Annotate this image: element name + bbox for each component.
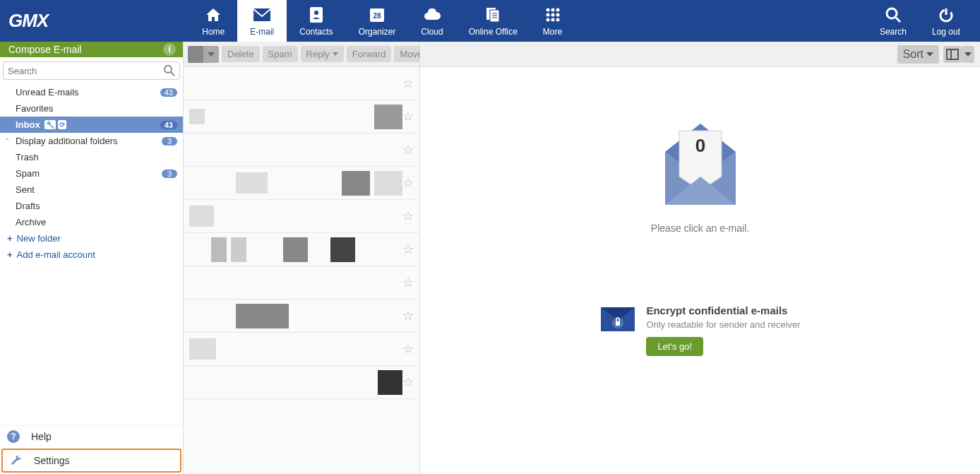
layout-button[interactable] <box>943 46 974 63</box>
envelope-icon <box>253 6 271 24</box>
svg-point-19 <box>887 8 897 18</box>
star-icon[interactable]: ☆ <box>402 208 414 224</box>
contacts-icon <box>307 6 325 24</box>
layout-icon <box>943 46 962 63</box>
gmx-logo: GMX <box>8 10 48 32</box>
star-icon[interactable]: ☆ <box>402 76 414 91</box>
new-folder-button[interactable]: +New folder <box>0 230 183 247</box>
svg-point-18 <box>556 18 559 21</box>
wrench-icon[interactable]: 🔧 <box>44 120 56 129</box>
search-input[interactable] <box>8 66 164 76</box>
lets-go-button[interactable]: Let's go! <box>646 337 703 356</box>
folder-spam[interactable]: Spam 3 <box>0 165 183 182</box>
compose-label: Compose E-mail <box>8 44 81 55</box>
main-area: Compose E-mail i Unread E-mails 43 Favor… <box>0 42 980 474</box>
move-label: Move <box>400 49 422 59</box>
search-wrap <box>0 57 183 84</box>
sort-label: Sort <box>903 48 924 61</box>
info-icon: i <box>163 43 176 56</box>
compose-button[interactable]: Compose E-mail i <box>0 42 183 57</box>
folder-sent[interactable]: Sent <box>0 182 183 198</box>
reply-label: Reply <box>306 49 330 59</box>
message-row[interactable]: ☆ <box>184 134 419 167</box>
message-list[interactable]: ☆ ☆ ☆ ☆ ☆ ☆ ☆ ☆ ☆ ☆ <box>184 67 419 474</box>
unread-count: 0 <box>695 135 705 156</box>
svg-point-23 <box>165 66 172 73</box>
add-account-button[interactable]: +Add e-mail account <box>0 247 183 263</box>
message-row[interactable]: ☆ <box>184 300 419 333</box>
folder-drafts[interactable]: Drafts <box>0 198 183 214</box>
empty-envelope-icon: 0 <box>655 109 746 208</box>
chevron-down-icon <box>926 52 933 57</box>
message-row[interactable]: ☆ <box>184 167 419 200</box>
plus-icon: + <box>7 233 13 244</box>
svg-line-24 <box>171 72 174 76</box>
forward-button[interactable]: Forward <box>347 46 392 62</box>
search-icon-small <box>164 65 175 76</box>
nav-cloud[interactable]: Cloud <box>408 0 455 42</box>
add-account-label: Add e-mail account <box>17 249 95 260</box>
message-row[interactable]: ☆ <box>184 333 419 366</box>
folder-unread-count: 43 <box>160 88 177 97</box>
nav-logout[interactable]: Log out <box>919 0 973 42</box>
grid-icon <box>544 6 562 24</box>
folder-inbox-label: Inbox <box>16 119 40 130</box>
folder-archive[interactable]: Archive <box>0 214 183 230</box>
message-row[interactable]: ☆ <box>184 100 419 134</box>
svg-point-16 <box>546 18 549 21</box>
message-row[interactable]: ☆ <box>184 366 419 399</box>
folder-favorites[interactable]: Favorites <box>0 100 183 117</box>
svg-point-14 <box>551 13 554 16</box>
folder-unread[interactable]: Unread E-mails 43 <box>0 84 183 100</box>
svg-point-11 <box>551 8 554 11</box>
sort-button[interactable]: Sort <box>897 45 939 64</box>
select-all[interactable] <box>188 46 219 63</box>
chevron-up-icon: ⌃ <box>4 137 10 145</box>
search-box[interactable] <box>3 61 180 80</box>
nav-organizer-label: Organizer <box>359 27 396 37</box>
help-button[interactable]: ? Help <box>0 426 183 447</box>
message-row[interactable]: ☆ <box>184 200 419 233</box>
star-icon[interactable]: ☆ <box>402 374 414 390</box>
encrypt-subtitle: Only readable for sender and receiver <box>646 319 800 330</box>
nav-email[interactable]: E-mail <box>237 0 287 42</box>
reply-button[interactable]: Reply <box>301 46 344 62</box>
calendar-icon: 28 <box>368 6 386 24</box>
nav-logout-label: Log out <box>932 27 960 37</box>
star-icon[interactable]: ☆ <box>402 341 414 357</box>
spam-button[interactable]: Spam <box>263 46 298 62</box>
star-icon[interactable]: ☆ <box>402 242 414 257</box>
folder-trash[interactable]: Trash <box>0 149 183 165</box>
svg-point-2 <box>314 11 318 15</box>
nav-more[interactable]: More <box>530 0 575 42</box>
folder-additional[interactable]: ⌃ Display additional folders 3 <box>0 133 183 149</box>
settings-button[interactable]: Settings <box>1 449 181 473</box>
star-icon[interactable]: ☆ <box>402 142 414 158</box>
chevron-down-icon <box>333 52 338 56</box>
nav-search[interactable]: Search <box>867 0 919 42</box>
folder-spam-count: 3 <box>162 170 177 178</box>
inbox-tools: 🔧 ⟳ <box>44 120 66 129</box>
message-row[interactable]: ☆ <box>184 233 419 266</box>
folder-additional-label: Display additional folders <box>16 136 118 146</box>
plus-icon: + <box>7 249 13 260</box>
message-row[interactable]: ☆ <box>184 67 419 100</box>
nav-office[interactable]: Online Office <box>456 0 530 42</box>
svg-line-20 <box>896 18 900 22</box>
star-icon[interactable]: ☆ <box>402 175 414 191</box>
nav-right: Search Log out <box>867 0 973 42</box>
svg-point-15 <box>556 13 559 16</box>
nav-organizer[interactable]: 28 Organizer <box>346 0 409 42</box>
star-icon[interactable]: ☆ <box>402 109 414 124</box>
delete-button[interactable]: Delete <box>222 46 260 62</box>
nav-contacts[interactable]: Contacts <box>287 0 345 42</box>
star-icon[interactable]: ☆ <box>402 275 414 290</box>
folder-inbox[interactable]: Inbox 🔧 ⟳ 43 <box>0 117 183 133</box>
refresh-icon[interactable]: ⟳ <box>58 120 66 129</box>
nav-home[interactable]: Home <box>189 0 237 42</box>
wrench-icon <box>10 454 23 467</box>
message-row[interactable]: ☆ <box>184 266 419 300</box>
star-icon[interactable]: ☆ <box>402 308 414 324</box>
settings-label: Settings <box>34 455 70 466</box>
chevron-down-icon <box>203 46 219 63</box>
